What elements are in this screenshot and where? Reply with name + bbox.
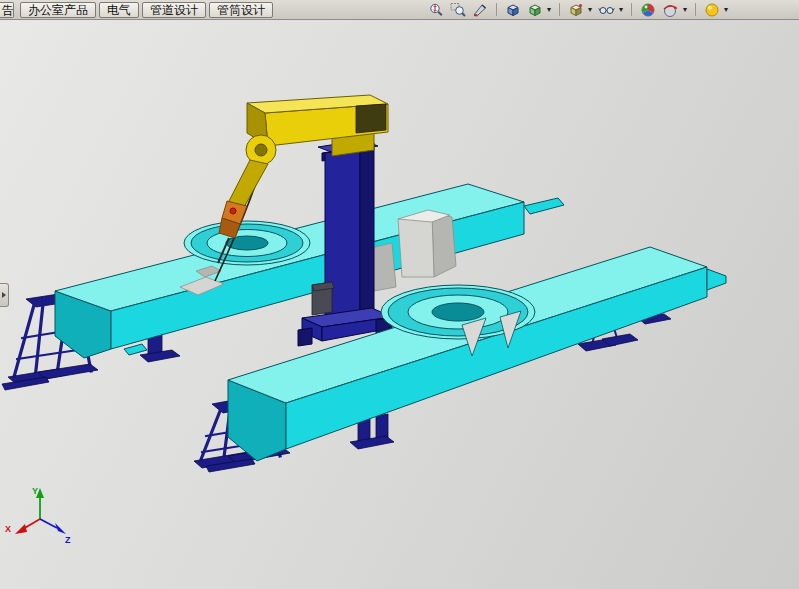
orientation-triad: Y X Z	[5, 486, 71, 545]
viewport-canvas[interactable]: Y X Z	[0, 20, 799, 589]
zoom-in-out-icon[interactable]	[426, 1, 446, 18]
top-toolbar: 告 办公室产品 电气 管道设计 管筒设计 ▾ ▾	[0, 0, 799, 20]
display-style-icon[interactable]	[525, 1, 545, 18]
hide-show-dropdown-arrow[interactable]: ▾	[588, 1, 592, 18]
eyeglasses-icon[interactable]	[596, 1, 617, 18]
toolbar-separator	[631, 3, 632, 16]
view-toolbar: ▾ ▾ ▾ ▾ ▾	[426, 1, 730, 18]
display-style-dropdown-arrow[interactable]: ▾	[547, 1, 551, 18]
hide-show-items-icon[interactable]	[566, 1, 586, 18]
graphics-viewport[interactable]: Y X Z	[0, 20, 799, 589]
apply-scene-dropdown-arrow[interactable]: ▾	[683, 1, 687, 18]
edit-appearance-ball-icon[interactable]	[638, 1, 658, 18]
toolbar-tab-electrical[interactable]: 电气	[99, 2, 139, 18]
zoom-to-area-icon[interactable]	[448, 1, 468, 18]
section-view-icon[interactable]	[470, 1, 490, 18]
triad-x-label: X	[5, 524, 11, 534]
feature-panel-flyout-handle[interactable]	[0, 283, 9, 307]
apply-scene-ball-icon[interactable]	[660, 1, 681, 18]
triad-y-label: Y	[32, 486, 38, 496]
triad-z-label: Z	[65, 535, 71, 545]
view-orientation-cube-icon[interactable]	[503, 1, 523, 18]
toolbar-separator	[496, 3, 497, 16]
lighting-dropdown-arrow[interactable]: ▾	[724, 1, 728, 18]
toolbar-tab-tube-design[interactable]: 管筒设计	[209, 2, 273, 18]
toolbar-tab-piping-design[interactable]: 管道设计	[142, 2, 206, 18]
lighting-ball-icon[interactable]	[702, 1, 722, 18]
toolbar-separator	[695, 3, 696, 16]
toolbar-tab-office-products[interactable]: 办公室产品	[20, 2, 96, 18]
cad-application-window: 告 办公室产品 电气 管道设计 管筒设计 ▾ ▾	[0, 0, 799, 589]
toolbar-separator	[559, 3, 560, 16]
toolbar-tab-partial[interactable]: 告	[0, 2, 14, 18]
eyeglasses-dropdown-arrow[interactable]: ▾	[619, 1, 623, 18]
